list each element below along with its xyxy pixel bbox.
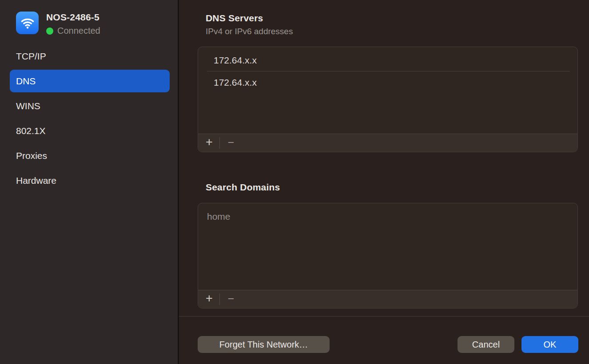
- network-meta: NOS-2486-5 Connected: [46, 12, 100, 36]
- sidebar-item-dns[interactable]: DNS: [10, 70, 170, 92]
- ok-button[interactable]: OK: [521, 336, 578, 353]
- sidebar-menu: TCP/IP DNS WINS 802.1X Proxies Hardware: [10, 45, 170, 194]
- sidebar-item-tcpip[interactable]: TCP/IP: [10, 45, 170, 67]
- sidebar-item-label: Hardware: [16, 175, 56, 186]
- dns-settings-panel: DNS Servers IPv4 or IPv6 addresses 172.6…: [179, 0, 589, 364]
- network-details-window: NOS-2486-5 Connected TCP/IP DNS WINS 802…: [0, 0, 589, 364]
- sidebar-item-wins[interactable]: WINS: [10, 95, 170, 117]
- connected-status-label: Connected: [57, 26, 100, 36]
- search-domains-rows: home: [198, 203, 577, 290]
- search-domains-list-toolbar: + −: [198, 290, 577, 308]
- add-search-domain-button[interactable]: +: [199, 290, 219, 308]
- sidebar-item-label: TCP/IP: [16, 51, 46, 62]
- search-domain-value: home: [207, 211, 231, 222]
- cancel-button[interactable]: Cancel: [458, 336, 514, 353]
- search-domains-title: Search Domains: [206, 182, 280, 193]
- sidebar-item-label: DNS: [16, 76, 36, 87]
- dns-servers-title: DNS Servers: [206, 13, 263, 24]
- wifi-icon: [16, 12, 39, 34]
- sidebar-item-label: WINS: [16, 101, 40, 111]
- dns-server-value: 172.64.x.x: [214, 55, 257, 66]
- sidebar-item-label: Proxies: [16, 150, 47, 161]
- dns-server-row[interactable]: 172.64.x.x: [198, 49, 577, 71]
- dns-server-value: 172.64.x.x: [214, 77, 257, 88]
- network-name: NOS-2486-5: [46, 12, 100, 23]
- add-dns-server-button[interactable]: +: [199, 134, 219, 152]
- dns-servers-list-toolbar: + −: [198, 134, 577, 152]
- network-header: NOS-2486-5 Connected: [16, 12, 100, 36]
- remove-dns-server-button[interactable]: −: [220, 134, 242, 152]
- dns-servers-subtitle: IPv4 or IPv6 addresses: [206, 27, 293, 36]
- dns-servers-list: 172.64.x.x 172.64.x.x + −: [198, 47, 578, 152]
- dns-server-row[interactable]: 172.64.x.x: [198, 71, 577, 93]
- sidebar-item-8021x[interactable]: 802.1X: [10, 119, 170, 142]
- search-domain-row[interactable]: home: [198, 206, 577, 227]
- sidebar-item-label: 802.1X: [16, 126, 46, 136]
- sidebar: NOS-2486-5 Connected TCP/IP DNS WINS 802…: [0, 0, 179, 364]
- remove-search-domain-button[interactable]: −: [220, 290, 242, 308]
- footer-divider: [179, 316, 589, 317]
- network-status: Connected: [46, 26, 100, 36]
- sidebar-item-proxies[interactable]: Proxies: [10, 144, 170, 167]
- connected-status-dot: [46, 28, 53, 35]
- search-domains-list: home + −: [198, 203, 578, 309]
- dns-servers-rows: 172.64.x.x 172.64.x.x: [198, 47, 577, 134]
- forget-network-button[interactable]: Forget This Network…: [198, 336, 330, 353]
- sidebar-item-hardware[interactable]: Hardware: [10, 169, 170, 192]
